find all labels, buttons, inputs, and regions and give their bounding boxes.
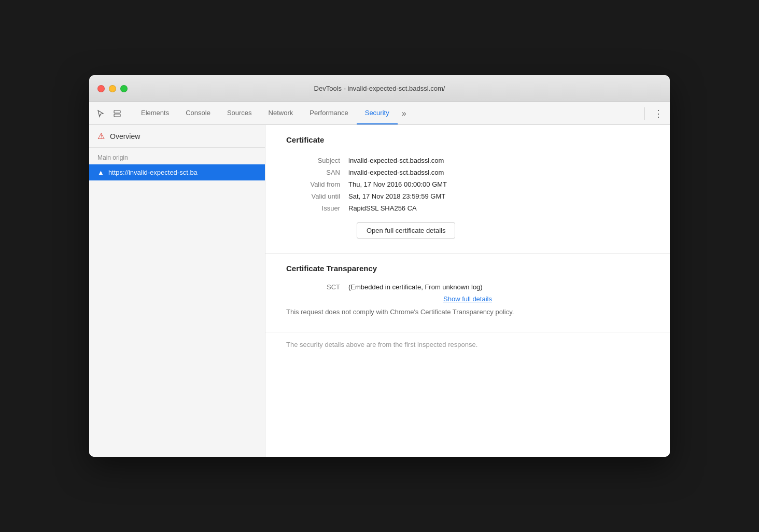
- issuer-label: Issuer: [286, 202, 348, 214]
- certificate-section-title: Certificate: [286, 135, 649, 144]
- transparency-section-title: Certificate Transparency: [286, 264, 649, 273]
- toolbar-divider: [644, 107, 645, 120]
- tabs: Elements Console Sources Network Perform…: [133, 102, 640, 124]
- content-panel: Certificate Subject invalid-expected-sct…: [265, 125, 670, 457]
- sct-label: SCT: [286, 283, 348, 291]
- devtools-menu-button[interactable]: ⋮: [651, 106, 666, 121]
- valid-until-value: Sat, 17 Nov 2018 23:59:59 GMT: [348, 190, 649, 202]
- valid-until-label: Valid until: [286, 190, 348, 202]
- toolbar: Elements Console Sources Network Perform…: [89, 102, 670, 125]
- tab-elements[interactable]: Elements: [133, 102, 177, 124]
- sidebar-origin-item[interactable]: ▲ https://invalid-expected-sct.ba: [89, 164, 265, 180]
- issuer-value: RapidSSL SHA256 CA: [348, 202, 649, 214]
- minimize-button[interactable]: [109, 85, 116, 92]
- valid-until-row: Valid until Sat, 17 Nov 2018 23:59:59 GM…: [286, 190, 649, 202]
- issuer-row: Issuer RapidSSL SHA256 CA: [286, 202, 649, 214]
- certificate-section: Certificate Subject invalid-expected-sct…: [265, 125, 670, 254]
- main-content: ⚠ Overview Main origin ▲ https://invalid…: [89, 125, 670, 457]
- svg-rect-1: [114, 114, 120, 117]
- certificate-table: Subject invalid-expected-sct.badssl.com …: [286, 155, 649, 214]
- valid-from-value: Thu, 17 Nov 2016 00:00:00 GMT: [348, 178, 649, 190]
- sct-row: SCT (Embedded in certificate, From unkno…: [286, 283, 649, 291]
- close-button[interactable]: [97, 85, 105, 92]
- subject-row: Subject invalid-expected-sct.badssl.com: [286, 155, 649, 166]
- sidebar-origin-url: https://invalid-expected-sct.ba: [108, 169, 198, 176]
- sidebar-overview-item[interactable]: ⚠ Overview: [89, 125, 265, 148]
- subject-value: invalid-expected-sct.badssl.com: [348, 155, 649, 166]
- san-row: SAN invalid-expected-sct.badssl.com: [286, 166, 649, 178]
- footer-note: The security details above are from the …: [265, 332, 670, 357]
- sct-value: (Embedded in certificate, From unknown l…: [348, 283, 483, 291]
- policy-warning-text: This request does not comply with Chrome…: [286, 307, 649, 317]
- tab-security[interactable]: Security: [357, 102, 398, 124]
- tab-performance[interactable]: Performance: [301, 102, 356, 124]
- traffic-lights: [97, 85, 128, 92]
- open-cert-details-button[interactable]: Open full certificate details: [357, 222, 455, 239]
- san-value: invalid-expected-sct.badssl.com: [348, 166, 649, 178]
- title-bar: DevTools - invalid-expected-sct.badssl.c…: [89, 75, 670, 102]
- valid-from-label: Valid from: [286, 178, 348, 190]
- origin-warning-icon: ▲: [97, 169, 104, 176]
- subject-label: Subject: [286, 155, 348, 166]
- main-origin-label: Main origin: [89, 148, 265, 164]
- tab-console[interactable]: Console: [177, 102, 219, 124]
- sidebar: ⚠ Overview Main origin ▲ https://invalid…: [89, 125, 265, 457]
- valid-from-row: Valid from Thu, 17 Nov 2016 00:00:00 GMT: [286, 178, 649, 190]
- toolbar-right: ⋮: [640, 106, 666, 121]
- layers-icon[interactable]: [110, 106, 124, 121]
- maximize-button[interactable]: [120, 85, 128, 92]
- cert-btn-row: Open full certificate details: [286, 214, 649, 239]
- san-label: SAN: [286, 166, 348, 178]
- tab-network[interactable]: Network: [260, 102, 302, 124]
- sidebar-overview-label: Overview: [110, 132, 140, 141]
- toolbar-icons: [93, 106, 124, 121]
- transparency-section: Certificate Transparency SCT (Embedded i…: [265, 254, 670, 332]
- cursor-icon[interactable]: [93, 106, 108, 121]
- svg-rect-0: [114, 110, 120, 113]
- window-title: DevTools - invalid-expected-sct.badssl.c…: [314, 85, 445, 92]
- devtools-window: DevTools - invalid-expected-sct.badssl.c…: [89, 75, 670, 457]
- tab-more-button[interactable]: »: [398, 102, 411, 124]
- warning-icon: ⚠: [97, 131, 105, 141]
- tab-sources[interactable]: Sources: [219, 102, 260, 124]
- show-full-details-link[interactable]: Show full details: [286, 295, 649, 303]
